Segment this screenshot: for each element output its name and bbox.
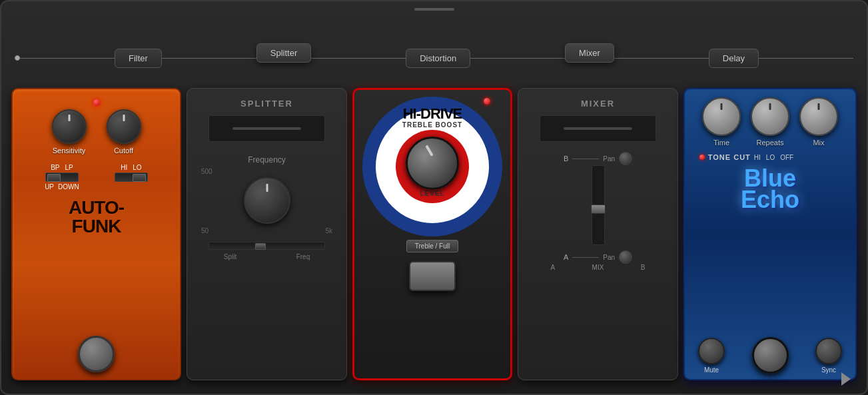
splitter-title: SPLITTER (240, 99, 293, 109)
up-label: UP (45, 183, 54, 191)
pedals-area: Sensitivity Cutoff BP LP (11, 88, 857, 380)
time-label: Time (713, 139, 729, 147)
sync-label: Sync (821, 366, 836, 374)
signal-line-6 (759, 58, 853, 59)
tone-off-btn[interactable]: OFF (780, 154, 793, 161)
split-label: Split (224, 253, 236, 260)
freq-min: 50 (201, 227, 209, 234)
treble-switch[interactable]: Treble / Full (406, 240, 458, 252)
cutoff-knob[interactable] (107, 109, 141, 144)
tone-cut-area: TONE CUT HI LO OFF (699, 153, 841, 161)
splitter-button[interactable]: Splitter (256, 43, 311, 63)
tone-lo-btn[interactable]: LO (766, 154, 775, 161)
hi-lo-switch-group: HI LO (115, 164, 148, 191)
level-knob[interactable] (406, 137, 459, 190)
autofunk-footswitch[interactable] (78, 336, 115, 372)
hidrive-circle: HI-DRIVE TREBLE BOOST LEVEL (362, 97, 502, 236)
hi-lo-thumb (133, 174, 146, 182)
a-pan-knob[interactable] (619, 250, 632, 264)
signal-line-1 (20, 58, 115, 59)
mixer-title: MIXER (581, 99, 615, 109)
signal-line-4 (470, 58, 565, 59)
hidrive-subtitle: TREBLE BOOST (362, 121, 502, 129)
echo-main-footswitch[interactable] (752, 337, 789, 374)
b-label: B (564, 155, 568, 163)
drag-handle[interactable] (414, 8, 454, 11)
filter-button[interactable]: Filter (115, 49, 162, 68)
channel-b-row: B Pan (564, 152, 632, 165)
down-label: DOWN (58, 183, 79, 191)
splitter-display-bar (232, 127, 302, 130)
delay-button[interactable]: Delay (709, 49, 759, 68)
hi-label: HI (121, 164, 127, 171)
bp-lp-thumb (47, 174, 61, 182)
hi-lo-slider[interactable] (115, 173, 148, 182)
sync-footswitch[interactable] (815, 338, 842, 364)
signal-chain: Filter Splitter Distortion Mixer Delay (15, 38, 853, 78)
time-knob-container: Time (702, 97, 741, 147)
signal-line-2 (162, 58, 256, 59)
filter-switches-area: BP LP UP DOWN HI LO (27, 164, 166, 191)
tone-cut-led (699, 155, 705, 160)
a-label: A (564, 253, 568, 261)
b-fader-line (572, 159, 599, 159)
fader-thumb (591, 204, 606, 214)
splitter-pedal: SPLITTER Frequency 500 50 5k Spli (187, 88, 347, 380)
autofunk-knobs-row: Sensitivity Cutoff (52, 109, 141, 155)
repeats-label: Repeats (757, 139, 784, 147)
hidrive-led (484, 98, 490, 105)
mixer-vertical-fader[interactable] (592, 165, 605, 245)
time-knob[interactable] (702, 97, 741, 136)
distortion-button[interactable]: Distortion (406, 49, 470, 68)
mixer-display (540, 115, 656, 142)
freq-scale-500: 500 (201, 168, 213, 175)
mixer-faders-area: B Pan (532, 152, 663, 165)
hidrive-top: HI-DRIVE TREBLE BOOST LEVEL Treble / Ful… (354, 90, 510, 256)
tone-hi-btn[interactable]: HI (754, 154, 761, 161)
repeats-knob[interactable] (751, 97, 789, 136)
b-pan-knob[interactable] (619, 152, 632, 165)
signal-line-3 (311, 58, 406, 59)
mixer-display-bar (564, 127, 633, 130)
level-knob-area: LEVEL (406, 137, 459, 197)
bp-lp-switch-group: BP LP UP DOWN (45, 164, 79, 191)
bp-lp-slider[interactable] (45, 173, 79, 182)
signal-input-dot (15, 55, 20, 61)
sensitivity-knob[interactable] (52, 109, 87, 144)
mixer-button[interactable]: Mixer (565, 43, 614, 63)
bp-label: BP (51, 164, 59, 171)
a-pan-label: Pan (603, 254, 615, 261)
frequency-knob[interactable] (244, 177, 290, 224)
split-freq-labels: Split Freq (194, 253, 340, 260)
mixer-b-label: B (641, 264, 646, 271)
freq-max: 5k (325, 227, 332, 234)
hidrive-title: HI-DRIVE (362, 107, 502, 121)
play-button[interactable] (841, 372, 855, 386)
freq-min-max: 50 5k (201, 227, 332, 234)
cutoff-label: Cutoff (114, 147, 133, 155)
tone-cut-label: TONE CUT (708, 153, 751, 161)
level-label: LEVEL (420, 190, 444, 197)
mixer-channel-a-area: A Pan (532, 250, 663, 264)
channel-a-row: A Pan (564, 250, 632, 264)
mixer-bottom-labels: A MIX B (532, 264, 663, 271)
mix-label: Mix (813, 139, 824, 147)
sensitivity-label: Sensitivity (53, 147, 86, 155)
hidrive-footswitch[interactable] (409, 261, 456, 291)
mute-switch-container: Mute (698, 338, 725, 374)
signal-line-5 (614, 58, 709, 59)
main-container: Filter Splitter Distortion Mixer Delay S… (0, 0, 868, 395)
split-slider[interactable] (209, 242, 325, 250)
blueecho-title: BlueEcho (741, 168, 799, 211)
sensitivity-knob-container: Sensitivity (52, 109, 87, 155)
mix-knob-container: Mix (799, 97, 838, 147)
channel-b-area: B Pan (564, 152, 632, 165)
cutoff-knob-container: Cutoff (107, 109, 141, 155)
mixer-mix-label: MIX (592, 264, 604, 271)
mute-footswitch[interactable] (698, 338, 725, 364)
freq-label-bottom: Freq (296, 253, 310, 260)
mix-knob[interactable] (799, 97, 838, 136)
sync-switch-container: Sync (815, 338, 842, 374)
echo-knobs-row: Time Repeats Mix (702, 97, 838, 147)
freq-scale: 500 (201, 168, 332, 175)
